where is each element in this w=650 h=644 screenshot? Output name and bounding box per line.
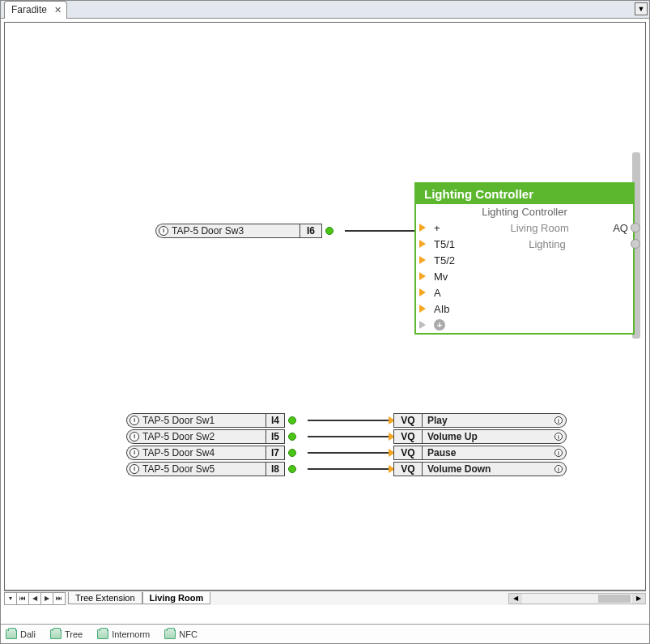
info-icon[interactable]: i	[554, 465, 563, 473]
node-output-pause[interactable]: VQ Pause i	[389, 446, 567, 460]
node-input-sw2[interactable]: i TAP-5 Door Sw2 I5	[126, 429, 296, 444]
tab-faradite[interactable]: Faradite ✕	[4, 1, 67, 19]
block-subtitle: Lighting Controller	[416, 204, 633, 220]
block-row: Mv	[429, 268, 633, 284]
status-label: NFC	[179, 629, 198, 639]
close-icon[interactable]: ✕	[52, 4, 63, 15]
horizontal-scrollbar[interactable]: ◀ ▶	[508, 593, 646, 604]
status-label: Dali	[20, 629, 36, 639]
package-icon	[97, 629, 108, 639]
row-center: Lighting	[474, 238, 620, 250]
status-item-dali[interactable]: Dali	[6, 629, 36, 639]
info-icon[interactable]: i	[554, 433, 563, 441]
block-port-t51[interactable]	[416, 236, 429, 252]
tab-dropdown-button[interactable]: ▼	[635, 2, 648, 15]
arrow-icon	[419, 224, 426, 232]
arrow-icon	[419, 256, 426, 264]
node-label: Volume Down	[427, 463, 551, 475]
block-port-plus[interactable]	[416, 220, 429, 236]
package-icon	[6, 629, 17, 639]
node-port: VQ	[393, 446, 423, 460]
info-icon[interactable]: i	[159, 226, 168, 236]
block-row: T5/2	[429, 252, 633, 268]
row-key: A	[434, 287, 466, 299]
info-icon[interactable]: i	[554, 416, 563, 424]
status-item-internorm[interactable]: Internorm	[97, 629, 150, 639]
node-input-sw5[interactable]: i TAP-5 Door Sw5 I8	[126, 462, 296, 476]
package-icon	[50, 629, 62, 639]
horizontal-scrollbar-thumb[interactable]	[598, 595, 631, 603]
node-lighting-controller[interactable]: Lighting Controller Lighting Controller	[414, 182, 635, 335]
block-port-aib[interactable]	[416, 301, 429, 317]
node-port: I8	[266, 462, 285, 476]
node-label: Pause	[427, 447, 551, 458]
status-label: Internorm	[112, 629, 150, 639]
block-row: T5/1 Lighting	[429, 236, 633, 252]
info-icon[interactable]: i	[554, 449, 563, 457]
sheet-menu-button[interactable]: ▾	[4, 592, 17, 605]
node-port: I6	[300, 224, 322, 238]
node-label: Volume Up	[427, 431, 551, 442]
node-output-volume-up[interactable]: VQ Volume Up i	[389, 429, 567, 444]
node-port: VQ	[393, 462, 423, 476]
block-port-t52[interactable]	[416, 252, 429, 268]
sheet-prev-button[interactable]: ◀	[28, 592, 41, 605]
output-port-dot[interactable]	[288, 449, 296, 457]
row-right: AQ	[613, 222, 628, 234]
node-port: I5	[266, 429, 285, 444]
output-port-dot[interactable]	[288, 416, 296, 424]
block-port-a[interactable]	[416, 284, 429, 301]
wire	[308, 420, 389, 421]
editor-root: Faradite ✕ ▼ i TAP-5 Door Sw3 I6	[0, 0, 650, 644]
block-output-port-aq[interactable]	[631, 223, 640, 232]
node-label: TAP-5 Door Sw3	[172, 225, 244, 237]
block-output-port-2[interactable]	[631, 239, 640, 249]
row-center: Living Room	[474, 222, 605, 234]
hscroll-right-button[interactable]: ▶	[632, 594, 645, 603]
block-port-add[interactable]	[416, 317, 429, 333]
row-key: AIb	[434, 303, 466, 315]
sheet-nav-buttons: ▾ ⏮ ◀ ▶ ⏭	[4, 592, 65, 605]
block-row: A	[429, 284, 633, 301]
node-port: I4	[266, 413, 285, 428]
arrow-icon	[419, 240, 426, 248]
status-bar: Dali Tree Internorm NFC	[1, 624, 649, 643]
node-label: Play	[427, 415, 551, 426]
output-port-dot[interactable]	[325, 227, 333, 235]
sheet-first-button[interactable]: ⏮	[16, 592, 29, 605]
sheet-tab-living-room[interactable]: Living Room	[142, 592, 211, 604]
block-row-add[interactable]: +	[429, 317, 633, 333]
node-input-sw1[interactable]: i TAP-5 Door Sw1 I4	[126, 413, 296, 428]
node-input-sw4[interactable]: i TAP-5 Door Sw4 I7	[126, 446, 296, 460]
info-icon[interactable]: i	[130, 416, 139, 425]
tab-bar: Faradite ✕ ▼	[1, 1, 649, 19]
info-icon[interactable]: i	[130, 432, 139, 441]
row-key: T5/1	[434, 238, 466, 250]
arrow-icon	[419, 321, 426, 329]
diagram-canvas[interactable]: i TAP-5 Door Sw3 I6 Lighting Controller …	[4, 22, 646, 591]
block-port-mv[interactable]	[416, 268, 429, 284]
row-key: Mv	[434, 271, 466, 283]
output-port-dot[interactable]	[288, 465, 296, 473]
node-output-play[interactable]: VQ Play i	[389, 413, 567, 428]
status-item-tree[interactable]: Tree	[50, 629, 83, 639]
wire	[345, 230, 414, 232]
node-label: TAP-5 Door Sw2	[142, 431, 215, 442]
arrow-icon	[419, 305, 426, 313]
hscroll-left-button[interactable]: ◀	[509, 594, 522, 603]
node-output-volume-down[interactable]: VQ Volume Down i	[389, 462, 567, 476]
sheet-next-button[interactable]: ▶	[40, 592, 53, 605]
block-title: Lighting Controller	[416, 184, 633, 204]
sheet-last-button[interactable]: ⏭	[53, 592, 66, 605]
block-row: + Living Room AQ	[429, 220, 633, 236]
sheet-tabs: Tree Extension Living Room	[68, 592, 210, 604]
output-port-dot[interactable]	[288, 433, 296, 441]
status-item-nfc[interactable]: NFC	[164, 629, 198, 639]
info-icon[interactable]: i	[130, 464, 139, 474]
sheet-tab-tree-extension[interactable]: Tree Extension	[68, 592, 142, 604]
info-icon[interactable]: i	[130, 448, 139, 458]
node-input-sw3[interactable]: i TAP-5 Door Sw3 I6	[155, 224, 333, 238]
arrow-icon	[419, 272, 426, 280]
plus-icon[interactable]: +	[434, 319, 445, 331]
wire	[308, 468, 389, 470]
